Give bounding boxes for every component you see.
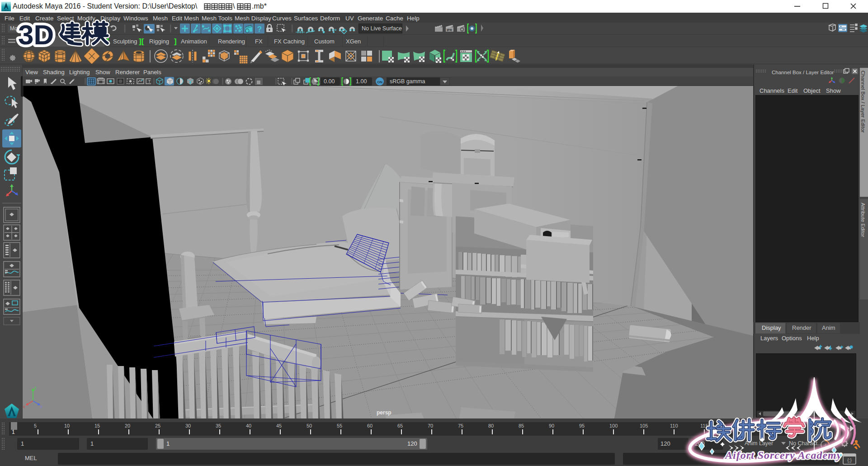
- svg-text:x: x: [23, 404, 25, 409]
- svg-text:persp: persp: [377, 409, 392, 416]
- svg-text:ON: ON: [377, 80, 382, 84]
- svg-text:IPR: IPR: [447, 29, 452, 32]
- svg-text:Aifort Sorcery Academy: Aifort Sorcery Academy: [724, 449, 842, 461]
- svg-text:?: ?: [257, 25, 261, 33]
- svg-text:y: y: [34, 385, 37, 390]
- svg-text:z: z: [40, 404, 42, 409]
- svg-text:T: T: [148, 79, 151, 84]
- svg-text:3D: 3D: [18, 19, 54, 50]
